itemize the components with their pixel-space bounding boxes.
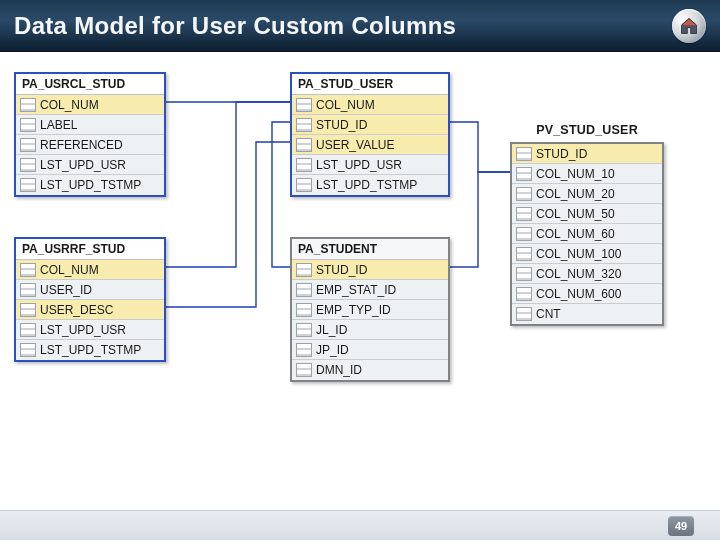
column-row: EMP_STAT_ID: [292, 280, 448, 300]
column-icon: [296, 118, 312, 132]
column-row: LST_UPD_USR: [292, 155, 448, 175]
column-icon: [516, 207, 532, 221]
column-icon: [20, 263, 36, 277]
column-row: COL_NUM_100: [512, 244, 662, 264]
column-row: JP_ID: [292, 340, 448, 360]
column-row: STUD_ID: [292, 115, 448, 135]
column-icon: [296, 303, 312, 317]
column-icon: [516, 267, 532, 281]
table-pa-student: PA_STUDENT STUD_ID EMP_STAT_ID EMP_TYP_I…: [290, 237, 450, 382]
column-row: DMN_ID: [292, 360, 448, 380]
column-icon: [516, 167, 532, 181]
column-row: LST_UPD_USR: [16, 155, 164, 175]
view-label: PV_STUD_USER: [510, 123, 664, 137]
column-icon: [20, 158, 36, 172]
table-pa-usrrf-stud: PA_USRRF_STUD COL_NUM USER_ID USER_DESC …: [14, 237, 166, 362]
column-icon: [296, 343, 312, 357]
column-row: USER_VALUE: [292, 135, 448, 155]
column-icon: [20, 323, 36, 337]
column-row: COL_NUM_320: [512, 264, 662, 284]
table-pa-stud-user: PA_STUD_USER COL_NUM STUD_ID USER_VALUE …: [290, 72, 450, 197]
column-icon: [516, 247, 532, 261]
column-icon: [296, 158, 312, 172]
column-row: COL_NUM: [16, 95, 164, 115]
column-icon: [296, 263, 312, 277]
table-header: PA_STUD_USER: [292, 74, 448, 95]
column-icon: [296, 138, 312, 152]
table-pa-usrcl-stud: PA_USRCL_STUD COL_NUM LABEL REFERENCED L…: [14, 72, 166, 197]
column-row: COL_NUM_60: [512, 224, 662, 244]
title-bar: Data Model for User Custom Columns: [0, 0, 720, 52]
table-header: PA_USRRF_STUD: [16, 239, 164, 260]
column-icon: [516, 287, 532, 301]
column-row: STUD_ID: [512, 144, 662, 164]
footer-bar: 49: [0, 510, 720, 540]
page-number-badge: 49: [668, 516, 694, 536]
column-row: COL_NUM: [292, 95, 448, 115]
column-row: LST_UPD_TSTMP: [16, 175, 164, 195]
column-icon: [516, 147, 532, 161]
column-icon: [296, 323, 312, 337]
column-row: USER_ID: [16, 280, 164, 300]
column-row: LST_UPD_TSTMP: [16, 340, 164, 360]
column-icon: [296, 283, 312, 297]
column-icon: [20, 178, 36, 192]
column-icon: [20, 343, 36, 357]
column-row: COL_NUM_20: [512, 184, 662, 204]
column-icon: [516, 227, 532, 241]
column-row: EMP_TYP_ID: [292, 300, 448, 320]
column-row: LABEL: [16, 115, 164, 135]
column-icon: [296, 363, 312, 377]
table-pv-stud-user: STUD_ID COL_NUM_10 COL_NUM_20 COL_NUM_50…: [510, 142, 664, 326]
column-row: COL_NUM_600: [512, 284, 662, 304]
column-icon: [20, 98, 36, 112]
column-icon: [20, 138, 36, 152]
page-title: Data Model for User Custom Columns: [14, 12, 456, 40]
column-row: USER_DESC: [16, 300, 164, 320]
column-icon: [296, 98, 312, 112]
column-icon: [20, 118, 36, 132]
column-row: STUD_ID: [292, 260, 448, 280]
column-icon: [516, 187, 532, 201]
column-icon: [20, 303, 36, 317]
column-row: LST_UPD_USR: [16, 320, 164, 340]
column-icon: [296, 178, 312, 192]
column-row: COL_NUM_50: [512, 204, 662, 224]
column-row: REFERENCED: [16, 135, 164, 155]
home-button[interactable]: [672, 9, 706, 43]
column-row: COL_NUM: [16, 260, 164, 280]
home-icon: [679, 16, 699, 36]
column-row: COL_NUM_10: [512, 164, 662, 184]
table-header: PA_USRCL_STUD: [16, 74, 164, 95]
column-row: LST_UPD_TSTMP: [292, 175, 448, 195]
column-row: CNT: [512, 304, 662, 324]
diagram-canvas: PA_USRCL_STUD COL_NUM LABEL REFERENCED L…: [0, 52, 720, 510]
column-row: JL_ID: [292, 320, 448, 340]
table-header: PA_STUDENT: [292, 239, 448, 260]
column-icon: [516, 307, 532, 321]
column-icon: [20, 283, 36, 297]
